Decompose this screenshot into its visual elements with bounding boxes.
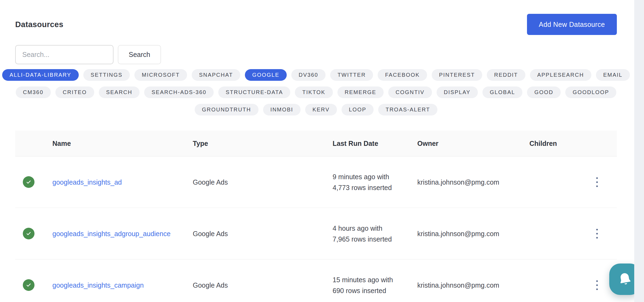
filter-row-2: CM360CRITEOSEARCHSEARCH-ADS-360STRUCTURE…: [15, 86, 617, 98]
filter-pill-good[interactable]: GOOD: [527, 86, 561, 98]
filter-row-1: ALLI-DATA-LIBRARYSETTINGSMICROSOFTSNAPCH…: [15, 69, 617, 81]
search-row: Search: [15, 45, 617, 64]
filter-pill-email[interactable]: EMAIL: [596, 69, 630, 81]
name-cell: googleads_insights_ad: [52, 177, 193, 188]
datasources-page: Datasources Add New Datasource Search AL…: [0, 0, 644, 302]
header-children: Children: [529, 140, 617, 147]
filter-pill-pinterest[interactable]: PINTEREST: [432, 69, 482, 81]
table-row: googleads_insights_adGoogle Ads9 minutes…: [15, 156, 617, 208]
filter-pill-structure-data[interactable]: STRUCTURE-DATA: [218, 86, 290, 98]
filter-pill-search-ads-360[interactable]: SEARCH-ADS-360: [144, 86, 214, 98]
children-cell: [529, 278, 617, 292]
filter-pill-troas-alert[interactable]: TROAS-ALERT: [378, 104, 437, 115]
children-cell: [529, 227, 617, 241]
scrollbar-track[interactable]: [634, 0, 644, 302]
filter-pill-goodloop[interactable]: GOODLOOP: [565, 86, 616, 98]
type-cell: Google Ads: [193, 280, 333, 291]
filter-pill-cogntiv[interactable]: COGNTIV: [388, 86, 432, 98]
check-circle-icon: [23, 228, 34, 239]
filter-pill-global[interactable]: GLOBAL: [482, 86, 522, 98]
filter-pill-facebook[interactable]: FACEBOOK: [378, 69, 427, 81]
header-type: Type: [193, 140, 333, 147]
table-row: googleads_insights_campaignGoogle Ads15 …: [15, 259, 617, 302]
page-title: Datasources: [15, 20, 63, 29]
last-run-cell: 4 hours ago with 7,965 rows inserted: [333, 223, 417, 245]
last-run-cell: 15 minutes ago with 690 rows inserted: [333, 274, 417, 296]
page-content: Datasources Add New Datasource Search AL…: [15, 0, 617, 302]
last-run-cell: 9 minutes ago with 4,773 rows inserted: [333, 171, 417, 193]
name-cell: googleads_insights_adgroup_audience: [52, 228, 193, 239]
filter-pill-applesearch[interactable]: APPLESEARCH: [530, 69, 591, 81]
search-button[interactable]: Search: [118, 45, 161, 64]
filter-pill-settings[interactable]: SETTINGS: [83, 69, 130, 81]
filter-pill-search[interactable]: SEARCH: [99, 86, 140, 98]
header-last-run-date: Last Run Date: [333, 140, 417, 147]
datasource-name-link[interactable]: googleads_insights_adgroup_audience: [52, 230, 171, 237]
filter-pill-twitter[interactable]: TWITTER: [330, 69, 373, 81]
datasources-table: Name Type Last Run Date Owner Children g…: [15, 131, 617, 302]
table-header: Name Type Last Run Date Owner Children: [15, 131, 617, 156]
datasource-name-link[interactable]: googleads_insights_campaign: [52, 281, 144, 289]
filter-pill-reddit[interactable]: REDDIT: [487, 69, 525, 81]
filter-pill-display[interactable]: DISPLAY: [437, 86, 478, 98]
filter-pill-remerge[interactable]: REMERGE: [337, 86, 384, 98]
filter-pill-inmobi[interactable]: INMOBI: [263, 104, 301, 115]
filter-pill-google[interactable]: GOOGLE: [245, 69, 287, 81]
search-input[interactable]: [15, 45, 113, 64]
children-cell: [529, 175, 617, 189]
kebab-menu-icon[interactable]: [594, 175, 600, 189]
owner-cell: kristina.johnson@pmg.com: [417, 177, 529, 188]
header-name: Name: [52, 140, 193, 147]
filter-pill-alli-data-library[interactable]: ALLI-DATA-LIBRARY: [2, 69, 78, 81]
top-bar: Datasources Add New Datasource: [15, 14, 617, 35]
status-cell: [15, 176, 52, 188]
kebab-menu-icon[interactable]: [594, 278, 600, 292]
owner-cell: kristina.johnson@pmg.com: [417, 228, 529, 239]
bell-icon: [617, 272, 633, 287]
type-cell: Google Ads: [193, 177, 333, 188]
table-row: googleads_insights_adgroup_audienceGoogl…: [15, 208, 617, 259]
check-circle-icon: [23, 279, 34, 291]
kebab-menu-icon[interactable]: [594, 227, 600, 241]
table-body: googleads_insights_adGoogle Ads9 minutes…: [15, 156, 617, 302]
filter-pill-cm360[interactable]: CM360: [16, 86, 51, 98]
datasource-name-link[interactable]: googleads_insights_ad: [52, 178, 122, 186]
owner-cell: kristina.johnson@pmg.com: [417, 280, 529, 291]
filter-pill-dv360[interactable]: DV360: [291, 69, 326, 81]
type-cell: Google Ads: [193, 228, 333, 239]
check-circle-icon: [23, 176, 34, 188]
filter-pill-snapchat[interactable]: SNAPCHAT: [192, 69, 240, 81]
filter-pill-tiktok[interactable]: TIKTOK: [295, 86, 333, 98]
filter-pill-microsoft[interactable]: MICROSOFT: [134, 69, 187, 81]
name-cell: googleads_insights_campaign: [52, 280, 193, 291]
add-new-datasource-button[interactable]: Add New Datasource: [527, 14, 617, 35]
filter-pill-kerv[interactable]: KERV: [305, 104, 337, 115]
filter-row-3: GROUNDTRUTHINMOBIKERVLOOPTROAS-ALERT: [15, 104, 617, 115]
status-cell: [15, 279, 52, 291]
header-owner: Owner: [417, 140, 529, 147]
filter-pill-loop[interactable]: LOOP: [342, 104, 374, 115]
filter-pill-criteo[interactable]: CRITEO: [55, 86, 94, 98]
status-cell: [15, 228, 52, 240]
filter-pill-groundtruth[interactable]: GROUNDTRUTH: [195, 104, 258, 115]
filter-pills: ALLI-DATA-LIBRARYSETTINGSMICROSOFTSNAPCH…: [15, 69, 617, 115]
